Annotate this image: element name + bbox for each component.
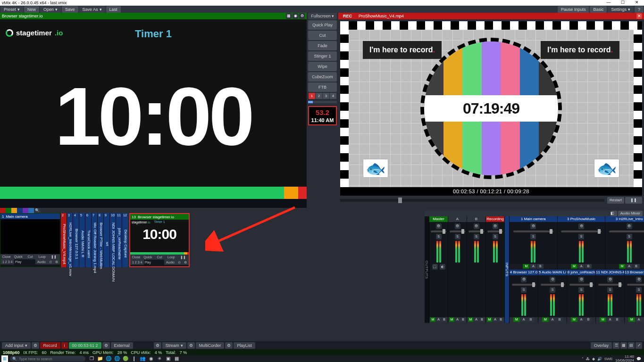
gear-icon[interactable]: ⚙: [455, 223, 460, 229]
inp-link-icon[interactable]: ⎙: [48, 259, 53, 264]
inp-qp[interactable]: Quick Play: [12, 254, 24, 259]
solo-button[interactable]: S: [550, 287, 555, 293]
busA-button[interactable]: A: [626, 264, 633, 269]
explorer-icon[interactable]: 📁: [96, 356, 104, 362]
program-close-icon[interactable]: ✕: [636, 13, 642, 19]
gear-icon[interactable]: ⚙: [436, 223, 442, 229]
basic-button[interactable]: Basic: [590, 6, 607, 13]
playlist-gear-icon[interactable]: ⚙: [225, 342, 233, 349]
gear-icon[interactable]: ⚙: [627, 223, 632, 229]
purple-app-icon[interactable]: ◉: [147, 356, 155, 362]
app-green-icon[interactable]: 🟢: [121, 356, 130, 362]
gear-icon[interactable]: ⚙: [578, 277, 584, 282]
overlay-4[interactable]: 4: [330, 93, 336, 99]
gear-icon[interactable]: ⚙: [636, 277, 642, 282]
solo-button[interactable]: S: [521, 287, 527, 293]
input-9[interactable]: 9srt: [103, 213, 109, 267]
mute-button[interactable]: M: [542, 317, 549, 322]
preview-tool-dot-icon[interactable]: ◉: [293, 13, 298, 19]
tray-app-icon[interactable]: ◆: [592, 357, 595, 361]
input-13-thumb[interactable]: stagetimer.io Timer 1 10:00: [130, 220, 189, 255]
solo-button[interactable]: S: [436, 234, 442, 239]
window-minimize[interactable]: —: [602, 0, 616, 6]
saveas-button[interactable]: Save As▾: [79, 6, 105, 13]
gear-icon[interactable]: ⚙: [578, 223, 584, 229]
cat-orange[interactable]: [11, 208, 17, 213]
view-compact-icon[interactable]: ▤: [628, 342, 635, 349]
inp-link-icon[interactable]: ⎙: [176, 260, 182, 265]
solo-button[interactable]: S: [627, 234, 632, 239]
cat-cyan[interactable]: [28, 208, 34, 213]
gain-slider[interactable]: [609, 230, 644, 232]
solo-button[interactable]: S: [493, 234, 498, 239]
input-10[interactable]: 10NDI JOHNS-MBP LOCAL DOMAIN: [109, 213, 116, 267]
busB-button[interactable]: B: [537, 264, 544, 269]
search-box[interactable]: 🔍Type here to search: [10, 356, 85, 362]
solo-button[interactable]: S: [578, 234, 584, 239]
cat-green[interactable]: [6, 208, 11, 213]
fullscreen-button[interactable]: Fullscreen▾: [308, 13, 337, 19]
inp-close[interactable]: Close: [0, 254, 12, 259]
solo-button[interactable]: S: [636, 287, 642, 293]
last-button[interactable]: Last: [106, 6, 121, 13]
mute-button[interactable]: M: [513, 317, 520, 322]
cut-button[interactable]: Cut: [308, 31, 337, 40]
input-6[interactable]: 6TransClock.xaml: [85, 213, 91, 267]
inp-loop[interactable]: Loop: [165, 255, 177, 260]
input-5[interactable]: 5Audio MAIN L R: [79, 213, 85, 267]
tray-net-icon[interactable]: 🖧: [586, 357, 590, 361]
multicorder-button[interactable]: MultiCorder: [196, 342, 225, 349]
gain-slider[interactable]: [627, 284, 644, 286]
mute-button[interactable]: M: [487, 317, 492, 322]
mute-button[interactable]: M: [628, 317, 635, 322]
external-gear-icon[interactable]: ⚙: [102, 342, 110, 349]
input-7[interactable]: 7Mic Off Roaster Joining 1.mp4: [91, 213, 97, 267]
view-list-icon[interactable]: ☰: [613, 342, 619, 349]
window-maximize[interactable]: ☐: [616, 0, 630, 6]
preview-tool-gear-icon[interactable]: ⚙: [299, 13, 305, 19]
solo-button[interactable]: S: [455, 234, 460, 239]
busB-button[interactable]: B: [527, 317, 534, 322]
input-12[interactable]: 12Desktop Capture: [122, 213, 128, 267]
solo-button[interactable]: S: [607, 287, 613, 293]
busB-button[interactable]: B: [585, 264, 592, 269]
busA-button[interactable]: A: [549, 317, 556, 322]
inp-nums[interactable]: 1 2 3 4: [130, 260, 144, 265]
mute-button[interactable]: M: [600, 317, 606, 322]
inp-audio[interactable]: Audio: [164, 260, 176, 265]
inp-gear-icon[interactable]: ⚙: [182, 260, 189, 265]
teams-icon[interactable]: 👥: [138, 356, 147, 362]
program-render[interactable]: 07:19:49 I'm here to record. I'm here to…: [340, 21, 642, 196]
busB-button[interactable]: B: [614, 317, 620, 322]
input-1-thumb[interactable]: [0, 219, 60, 254]
inp-close[interactable]: Close: [130, 255, 142, 260]
stream-gear-icon[interactable]: ⚙: [154, 342, 161, 349]
mon-icon[interactable]: ◐: [440, 264, 445, 270]
busA-button[interactable]: A: [493, 317, 498, 322]
inp-cut[interactable]: Cut: [24, 254, 36, 259]
mute-button[interactable]: M: [468, 317, 473, 322]
busA-button[interactable]: A: [530, 264, 536, 269]
gain-slider[interactable]: [561, 230, 602, 232]
gain-slider[interactable]: [512, 284, 536, 286]
mute-button[interactable]: M: [449, 317, 454, 322]
terminal-icon[interactable]: ▣: [164, 356, 172, 362]
inp-loop[interactable]: Loop: [36, 254, 48, 259]
overlay-button[interactable]: Overlay: [591, 342, 612, 349]
busB-button[interactable]: B: [460, 317, 466, 322]
busA-button[interactable]: A: [636, 317, 642, 322]
input-4[interactable]: 4Browser 127.0.0.1: [73, 213, 79, 267]
cat-purple[interactable]: [23, 208, 28, 213]
input-13[interactable]: 13Browser stagetimer.io stagetimer.io Ti…: [129, 213, 190, 267]
gain-slider[interactable]: [431, 230, 446, 232]
input-2[interactable]: 2ProShowMusic_V4.mp4: [60, 213, 67, 267]
mute-button[interactable]: M: [571, 264, 577, 269]
preset-button[interactable]: Preset▾: [0, 6, 23, 13]
busA-button[interactable]: A: [436, 317, 441, 322]
busB-button[interactable]: B: [556, 317, 563, 322]
inp-qp[interactable]: Quick Play: [142, 255, 154, 260]
busA-button[interactable]: A: [578, 264, 585, 269]
stagetimer-render[interactable]: stagetimer.io Timer 1 10:00: [0, 19, 307, 199]
inp-cut[interactable]: Cut: [154, 255, 166, 260]
playlist-button[interactable]: PlayList: [234, 342, 255, 349]
